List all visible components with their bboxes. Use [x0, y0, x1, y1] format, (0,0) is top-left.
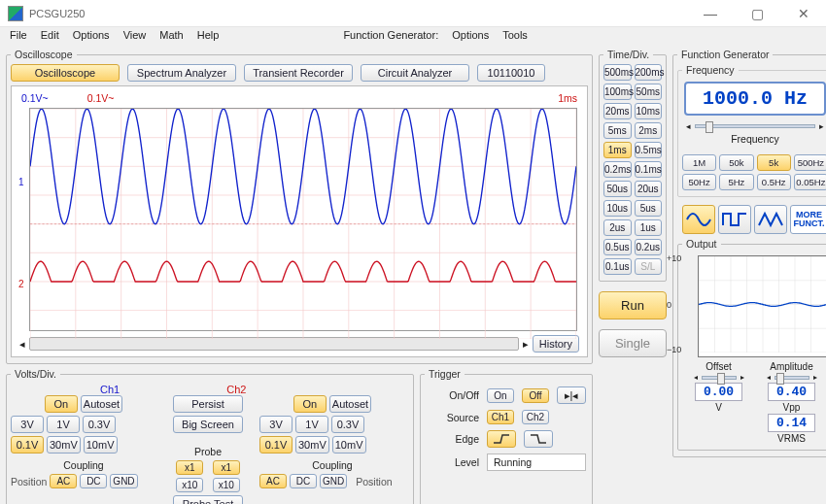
fg-preset-500Hz[interactable]: 500Hz [794, 154, 826, 171]
ch1-scale-0p3v[interactable]: 0.3V [83, 416, 116, 433]
probe-ch1-x10[interactable]: x10 [176, 478, 203, 492]
timediv-20us[interactable]: 20us [635, 181, 663, 197]
trigger-edge-rising-icon[interactable] [487, 430, 516, 448]
timediv-02us[interactable]: 0.2us [635, 239, 663, 255]
menu-options[interactable]: Options [73, 29, 110, 45]
fg-preset-5k[interactable]: 5k [757, 154, 791, 171]
trigger-source-ch2[interactable]: Ch2 [522, 410, 549, 424]
trigger-on-button[interactable]: On [487, 388, 514, 403]
scope-canvas[interactable]: 1 2 [29, 108, 577, 331]
ch2-coupling-dc[interactable]: DC [290, 474, 317, 488]
fg-preset-50k[interactable]: 50k [719, 154, 753, 171]
trigger-onoff-label: On/Off [427, 389, 479, 401]
fg-slider-left-icon[interactable]: ◂ [686, 121, 691, 131]
close-button[interactable]: ✕ [789, 6, 818, 21]
timediv-05us[interactable]: 0.5us [603, 239, 632, 255]
timediv-100ms[interactable]: 100ms [603, 84, 632, 100]
timediv-02ms[interactable]: 0.2ms [603, 161, 632, 178]
scroll-left-icon[interactable]: ◂ [19, 338, 25, 351]
ch1-coupling-dc[interactable]: DC [80, 474, 107, 488]
menu-help[interactable]: Help [197, 29, 220, 45]
trigger-step-button[interactable]: ▸|◂ [557, 386, 586, 404]
probe-ch1-x1[interactable]: x1 [176, 460, 203, 475]
persist-button[interactable]: Persist [173, 395, 243, 413]
timediv-2us[interactable]: 2us [603, 219, 632, 236]
fg-wave-square-icon[interactable] [718, 205, 751, 234]
fg-slider-right-icon[interactable]: ▸ [819, 121, 824, 131]
fg-preset-05Hz[interactable]: 0.5Hz [757, 174, 791, 190]
menu-math[interactable]: Math [159, 29, 183, 45]
ch1-scale-10mv[interactable]: 10mV [84, 436, 118, 454]
ch2-scale-0p3v[interactable]: 0.3V [331, 416, 364, 433]
timediv-10us[interactable]: 10us [603, 200, 632, 217]
timediv-2ms[interactable]: 2ms [635, 122, 663, 139]
fg-wave-sine-icon[interactable] [682, 205, 715, 234]
trigger-edge-falling-icon[interactable] [524, 430, 553, 448]
timediv-1ms[interactable]: 1ms [603, 142, 632, 158]
ch2-on-button[interactable]: On [293, 395, 327, 413]
trigger-off-button[interactable]: Off [522, 388, 549, 403]
timediv-5ms[interactable]: 5ms [603, 122, 632, 139]
ch2-scale-1v[interactable]: 1V [295, 416, 328, 433]
fg-preset-5Hz[interactable]: 5Hz [719, 174, 753, 190]
ch2-scale-10mv[interactable]: 10mV [332, 436, 366, 454]
timediv-10ms[interactable]: 10ms [635, 103, 663, 119]
mode-transient[interactable]: Transient Recorder [244, 64, 353, 82]
timediv-5us[interactable]: 5us [635, 200, 663, 217]
menu-fg-tools[interactable]: Tools [502, 29, 528, 45]
single-button[interactable]: Single [599, 329, 667, 357]
probe-test-button[interactable]: Probe Test [173, 495, 243, 504]
ch1-scale-1v[interactable]: 1V [47, 416, 80, 433]
timediv-01us[interactable]: 0.1us [603, 258, 632, 275]
bigscreen-button[interactable]: Big Screen [173, 416, 243, 433]
timediv-500ms[interactable]: 500ms [603, 64, 632, 81]
menu-edit[interactable]: Edit [41, 29, 59, 45]
ch2-coupling-ac[interactable]: AC [259, 474, 287, 488]
mode-spectrum[interactable]: Spectrum Analyzer [127, 64, 236, 82]
ch2-scale-0p1v[interactable]: 0.1V [259, 436, 293, 454]
timediv-SL[interactable]: S/L [635, 258, 663, 275]
ch1-scale-3v[interactable]: 3V [11, 416, 44, 433]
output-offset-slider[interactable] [702, 376, 737, 380]
fg-more-button[interactable]: MORE FUNCT. [790, 205, 827, 234]
trigger-source-ch1[interactable]: Ch1 [487, 410, 514, 424]
output-amp-slider[interactable] [774, 376, 809, 380]
timediv-50ms[interactable]: 50ms [635, 84, 663, 100]
ch2-scale-3v[interactable]: 3V [259, 416, 293, 433]
timediv-50us[interactable]: 50us [603, 181, 632, 197]
ch2-scale-30mv[interactable]: 30mV [295, 436, 329, 454]
run-button[interactable]: Run [599, 291, 667, 319]
menu-fg-options[interactable]: Options [452, 29, 489, 45]
fg-wave-triangle-icon[interactable] [754, 205, 787, 234]
timediv-01ms[interactable]: 0.1ms [635, 161, 663, 178]
menu-fg-label: Function Generator: [343, 29, 438, 45]
probe-ch2-x10[interactable]: x10 [213, 478, 240, 492]
menu-file[interactable]: File [10, 29, 27, 45]
mode-digital[interactable]: 10110010 [477, 64, 545, 82]
minimize-button[interactable]: — [696, 6, 725, 21]
fg-preset-005Hz[interactable]: 0.05Hz [794, 174, 826, 190]
timediv-20ms[interactable]: 20ms [603, 103, 632, 119]
ch1-coupling-ac[interactable]: AC [50, 474, 77, 488]
maximize-button[interactable]: ▢ [742, 6, 772, 21]
fg-preset-1M[interactable]: 1M [682, 154, 716, 171]
probe-ch2-x1[interactable]: x1 [213, 460, 240, 475]
timediv-05ms[interactable]: 0.5ms [635, 142, 663, 158]
mode-oscilloscope[interactable]: Oscilloscope [11, 64, 120, 82]
ch2-autoset-button[interactable]: Autoset [329, 395, 371, 413]
ch1-scale-30mv[interactable]: 30mV [47, 436, 81, 454]
timediv-200ms[interactable]: 200ms [635, 64, 663, 81]
menu-view[interactable]: View [123, 29, 147, 45]
trigger-status: Running [487, 454, 586, 471]
fg-slider-label: Frequency [682, 131, 826, 145]
ch1-on-button[interactable]: On [45, 395, 78, 413]
scroll-right-icon[interactable]: ▸ [523, 338, 529, 351]
ch1-scale-0p1v[interactable]: 0.1V [11, 436, 44, 454]
fg-preset-50Hz[interactable]: 50Hz [682, 174, 716, 190]
mode-circuit[interactable]: Circuit Analyzer [361, 64, 469, 82]
ch1-coupling-gnd[interactable]: GND [110, 474, 137, 488]
timediv-1us[interactable]: 1us [635, 219, 663, 236]
ch2-coupling-gnd[interactable]: GND [320, 474, 347, 488]
fg-frequency-slider[interactable] [695, 124, 815, 128]
ch1-autoset-button[interactable]: Autoset [81, 395, 122, 413]
